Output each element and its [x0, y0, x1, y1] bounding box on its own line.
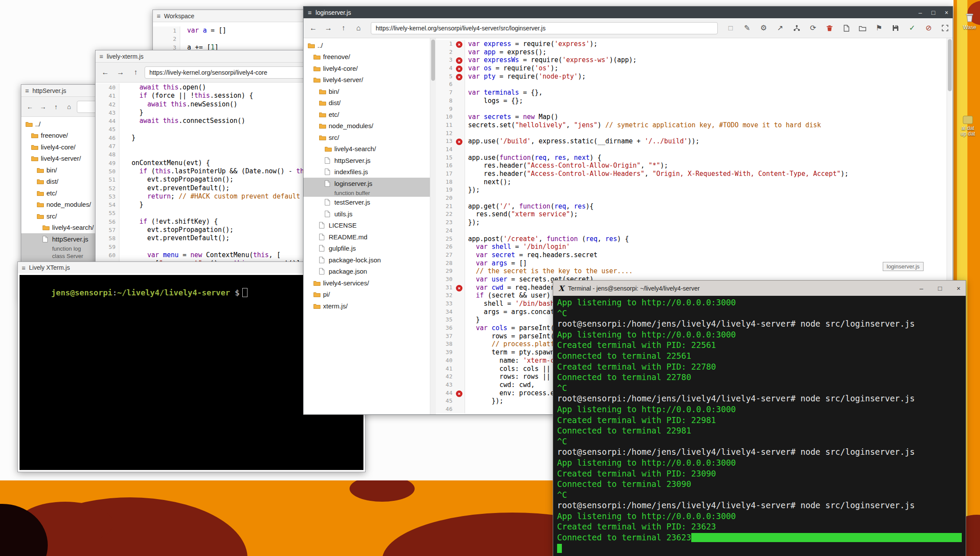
error-marker-icon[interactable]: ×: [456, 285, 462, 291]
code-line-1[interactable]: 1×var express = require('express');: [436, 40, 953, 48]
error-marker-icon[interactable]: ×: [456, 391, 462, 397]
tree-item-testserver-js[interactable]: testServer.js: [304, 197, 436, 208]
code-line-50[interactable]: 50 if (this.lastPointerUp && (Date.now()…: [96, 167, 320, 175]
error-marker-icon[interactable]: ×: [456, 57, 462, 64]
code-line-47[interactable]: 47: [96, 142, 320, 150]
tree-item-freenove[interactable]: freenove/: [304, 51, 436, 63]
code-line-55[interactable]: 55: [96, 209, 320, 217]
code-line-59[interactable]: 59: [96, 243, 320, 251]
folder-icon[interactable]: [858, 24, 867, 33]
code-line-10[interactable]: 10var secrets = new Map(): [436, 113, 953, 121]
home-button[interactable]: ⌂: [352, 22, 365, 34]
code-line-5[interactable]: 5×var pty = require('node-pty');: [436, 73, 953, 81]
minimize-button[interactable]: –: [919, 9, 922, 16]
code-line-24[interactable]: 24: [436, 227, 953, 235]
tree-item-indexfiles-js[interactable]: indexfiles.js: [304, 166, 436, 178]
code-line-9[interactable]: 9: [436, 105, 953, 113]
desktop-icon-wastebasket[interactable]: Wase: [959, 12, 980, 30]
url-input[interactable]: [371, 22, 718, 34]
code-line-40[interactable]: 40 await this.open(): [96, 83, 320, 92]
code-line-13[interactable]: 13×app.use('/build', express.static(__di…: [436, 137, 953, 146]
tree-item-httpserver-js[interactable]: httpServer.js: [304, 155, 436, 166]
save-icon[interactable]: [891, 24, 900, 33]
code-line-28[interactable]: 28 var args = []: [436, 259, 953, 268]
code-line-60[interactable]: 60 var menu = new ContextMenu(this, [: [96, 251, 320, 259]
tree-item-readme-md[interactable]: README.md: [304, 231, 436, 243]
code-line-12[interactable]: 12: [436, 129, 953, 138]
error-marker-icon[interactable]: ×: [456, 66, 462, 72]
sidebar-scrollbar[interactable]: [430, 38, 436, 415]
code-line-2[interactable]: 2: [153, 35, 326, 43]
code-editor[interactable]: 40 await this.open()41 if (force || !thi…: [96, 83, 320, 267]
code-line-43[interactable]: 43 }: [96, 109, 320, 117]
code-line-56[interactable]: 56 if (!evt.shiftKey) {: [96, 218, 320, 226]
code-line-44[interactable]: 44 await this.connectSession(): [96, 117, 320, 125]
tree-item-package-lock-json[interactable]: package-lock.json: [304, 254, 436, 266]
code-line-41[interactable]: 41 if (force || !this.session) {: [96, 92, 320, 100]
close-button[interactable]: ×: [957, 285, 960, 292]
tree-item-pi[interactable]: pi/: [304, 289, 436, 301]
home-button[interactable]: ⌂: [64, 102, 74, 112]
flag-icon[interactable]: ⚑: [875, 24, 883, 33]
error-marker-icon[interactable]: ×: [456, 74, 462, 80]
minimize-button[interactable]: –: [920, 285, 923, 292]
code-line-45[interactable]: 45: [96, 125, 320, 133]
code-line-22[interactable]: 22 res.send("xterm service");: [436, 210, 953, 218]
code-line-17[interactable]: 17 res.header("Access-Control-Allow-Head…: [436, 170, 953, 178]
up-button[interactable]: ↑: [337, 22, 350, 34]
code-line-8[interactable]: 8 logs = {};: [436, 97, 953, 105]
tree-item-lively4-search[interactable]: lively4-search/: [304, 143, 436, 155]
scrollbar-thumb[interactable]: [431, 40, 435, 81]
menu-icon[interactable]: ≡: [22, 264, 26, 271]
forward-button[interactable]: →: [114, 66, 127, 79]
terminal-screen[interactable]: App listening to http://0.0.0.0:3000^Cro…: [553, 296, 966, 556]
forward-button[interactable]: →: [38, 102, 48, 112]
code-line-1[interactable]: 1var a = []: [153, 26, 326, 35]
xterm-editor-titlebar[interactable]: ≡ lively-xterm.js: [96, 50, 320, 63]
code-line-6[interactable]: 6: [436, 80, 953, 89]
tree-item-license[interactable]: LICENSE: [304, 220, 436, 232]
tree-item-etc[interactable]: etc/: [304, 109, 436, 120]
code-line-3[interactable]: 3×var expressWs = require('express-ws')(…: [436, 56, 953, 64]
back-button[interactable]: ←: [25, 102, 35, 112]
fullscreen-icon[interactable]: [941, 24, 949, 33]
code-line-15[interactable]: 15app.use(function(req, res, next) {: [436, 154, 953, 162]
tree-item-node-modules[interactable]: node_modules/: [304, 120, 436, 132]
code-line-16[interactable]: 16 res.header("Access-Control-Allow-Orig…: [436, 162, 953, 170]
code-line-49[interactable]: 49onContextMenu(evt) {: [96, 159, 320, 167]
tree-item-package-json[interactable]: package.json: [304, 266, 436, 278]
code-line-51[interactable]: 51 evt.stopPropagation();: [96, 175, 320, 184]
menu-icon[interactable]: ≡: [308, 9, 312, 16]
tree-item-lively4-server[interactable]: lively4-server/: [304, 74, 436, 86]
tree-item-utils-js[interactable]: utils.js: [304, 208, 436, 220]
code-line-14[interactable]: 14: [436, 146, 953, 154]
code-line-18[interactable]: 18 next();: [436, 178, 953, 186]
code-line-46[interactable]: 46}: [96, 134, 320, 142]
code-line-7[interactable]: 7var terminals = {},: [436, 89, 953, 97]
forward-button[interactable]: →: [322, 22, 335, 34]
code-line-54[interactable]: 54 }: [96, 201, 320, 209]
graph-icon[interactable]: [792, 24, 801, 33]
tree-item-src[interactable]: src/: [304, 132, 436, 143]
error-marker-icon[interactable]: ×: [456, 41, 462, 48]
new-file-icon[interactable]: [842, 24, 850, 33]
desktop-icon-update[interactable]: al dat up dat: [957, 116, 978, 137]
code-line-23[interactable]: 23});: [436, 218, 953, 227]
tree-item-bin[interactable]: bin/: [304, 86, 436, 97]
code-line-53[interactable]: 53 return; // #HACK custom prevent defau…: [96, 192, 320, 201]
code-line-25[interactable]: 25app.post('/create', function (req, res…: [436, 235, 953, 243]
error-marker-icon[interactable]: ×: [456, 139, 462, 145]
code-line-11[interactable]: 11secrets.set("hellolively", "jens") // …: [436, 121, 953, 129]
gears-icon[interactable]: ⚙: [759, 24, 768, 33]
sync-icon[interactable]: ⟳: [809, 24, 817, 33]
tree-item-lively4-core[interactable]: lively4-core/: [304, 63, 436, 74]
code-line-57[interactable]: 57 evt.stopPropagation();: [96, 226, 320, 234]
workspace-titlebar[interactable]: ≡ Workspace: [153, 10, 326, 22]
code-line-42[interactable]: 42 await this.newSession(): [96, 100, 320, 109]
open-external-icon[interactable]: ↗: [776, 24, 784, 33]
tree-item-[interactable]: ../: [304, 40, 436, 51]
trash-icon[interactable]: [825, 24, 834, 33]
code-line-20[interactable]: 20: [436, 194, 953, 202]
close-button[interactable]: ×: [945, 9, 948, 16]
code-editor[interactable]: 1var a = []23a += [1]: [153, 22, 326, 52]
